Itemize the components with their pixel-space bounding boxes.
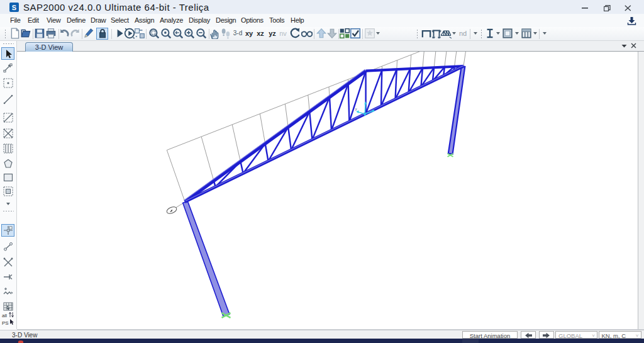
svg-text:y: y <box>355 107 357 111</box>
